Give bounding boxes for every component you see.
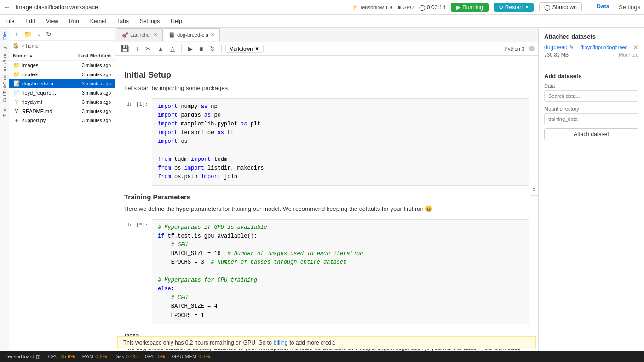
path-home[interactable]: home — [26, 43, 39, 49]
fb-upload-button[interactable]: 📁 — [22, 29, 34, 39]
running-icon[interactable]: Running — [0, 51, 9, 59]
cut-button[interactable]: ✂ — [143, 44, 153, 53]
remove-dataset-button[interactable]: ✕ — [633, 44, 638, 51]
tabs-icon[interactable]: Tabs — [0, 108, 9, 117]
notebook-tab-icon: 📓 — [169, 32, 175, 38]
left-sidebar-icons: Files Running Commands Cell Tools Tabs — [0, 28, 9, 351]
menu-edit[interactable]: Edit — [23, 17, 37, 25]
gpu-icon: ■ — [398, 5, 401, 10]
paste-button[interactable]: △ — [168, 44, 178, 53]
section-training-params: Training Parameters — [124, 193, 529, 201]
list-item[interactable]: M README.md 3 minutes ago — [9, 107, 115, 116]
sort-icon: ▲ — [29, 53, 34, 58]
restart-kernel-button[interactable]: ↻ — [207, 44, 218, 53]
cell-prompt-2: In [*]: — [124, 219, 152, 324]
menu-file[interactable]: File — [4, 17, 16, 25]
gpu-badge: ■ GPU — [398, 5, 414, 10]
dataset-name: dogbreed ✎ — [544, 44, 574, 51]
notebook-area: 🚀 Launcher ✕ 📓 dog-breed-cla ✕ 💾 + ✂ ▲ △… — [115, 28, 538, 351]
list-item[interactable]: 📄 floyd_requirements.txt 3 minutes ago — [9, 88, 115, 97]
run-cell-button[interactable]: ▶ — [185, 44, 195, 53]
close-launcher-tab[interactable]: ✕ — [153, 32, 158, 38]
notification-banner: This workspace only has 0.2 hours remain… — [117, 336, 536, 349]
shutdown-button[interactable]: ◯ Shutdown — [539, 2, 581, 12]
home-icon: 🏠 — [13, 43, 19, 49]
toolbar-separator-2 — [221, 44, 222, 53]
path-separator: > — [21, 43, 24, 49]
folder-icon: 📁 — [13, 71, 20, 78]
copy-button[interactable]: ▲ — [155, 44, 166, 53]
play-icon: ▶ — [456, 4, 460, 11]
menu-run[interactable]: Run — [67, 17, 81, 25]
menu-view[interactable]: View — [44, 17, 60, 25]
mount-directory-input[interactable] — [544, 113, 638, 124]
gpu-label: GPU — [402, 5, 414, 10]
data-input-label: Data — [544, 83, 638, 89]
fb-header: Name ▲ Last Modified — [9, 51, 115, 61]
back-button[interactable]: ← — [4, 4, 10, 11]
menu-settings[interactable]: Settings — [138, 17, 161, 25]
files-icon[interactable]: Files — [0, 31, 9, 40]
power-icon: ◯ — [544, 4, 550, 11]
tab-launcher[interactable]: 🚀 Launcher ✕ — [117, 28, 163, 41]
billing-link[interactable]: billing — [274, 339, 288, 346]
notebook-tabs: 🚀 Launcher ✕ 📓 dog-breed-cla ✕ — [115, 28, 538, 42]
text-intro: Let's start by importing some packages. — [124, 84, 529, 93]
gpu-value: 0% — [158, 354, 165, 359]
app-title: Image classification workspace — [16, 4, 98, 11]
list-item[interactable]: Y floyd.yml 3 minutes ago — [9, 97, 115, 107]
ram-value: 0.6% — [95, 354, 107, 359]
framework-badge: ⚡ Tensorflow 1.9 — [351, 4, 392, 10]
list-item[interactable]: 📁 images 3 minutes ago — [9, 61, 115, 70]
fb-refresh-button[interactable]: ↻ — [44, 29, 53, 39]
timer-area: ◯ 0:03:14 — [419, 4, 445, 11]
cell-body-1[interactable]: import numpy as np import pandas as pd i… — [152, 98, 529, 186]
collapse-panel-button[interactable]: » — [530, 183, 538, 196]
dataset-size: 730.81 MB — [544, 52, 569, 57]
tab-data[interactable]: Data — [597, 3, 610, 11]
cell-imports: In [1]: import numpy as np import pandas… — [124, 98, 529, 186]
commands-icon[interactable]: Commands — [0, 70, 9, 78]
fb-modified-col: Last Modified — [60, 53, 111, 58]
fb-new-button[interactable]: + — [13, 29, 20, 39]
fb-name-col[interactable]: Name ▲ — [13, 53, 60, 58]
save-button[interactable]: 💾 — [119, 44, 131, 53]
list-item[interactable]: ● support.py 3 minutes ago — [9, 116, 115, 125]
notification-text2: to add more credit. — [290, 339, 336, 346]
mount-dir-label: Mount directory — [544, 106, 638, 112]
framework-icon: ⚡ — [351, 4, 358, 10]
run-button[interactable]: ▶ Running — [451, 3, 489, 12]
restart-button[interactable]: ↻ Restart ▼ — [494, 3, 534, 12]
menubar: File Edit View Run Kernel Tabs Settings … — [0, 15, 644, 28]
yaml-icon: Y — [13, 99, 20, 105]
dataset-item: dogbreed ✎ /floyd/input/dogbreed ✕ 730.8… — [544, 44, 638, 57]
menu-kernel[interactable]: Kernel — [88, 17, 108, 25]
launcher-icon: 🚀 — [122, 32, 128, 38]
cell-type-dropdown[interactable]: Markdown ▼ — [225, 45, 264, 53]
add-datasets-title: Add datasets — [544, 73, 638, 79]
cell-body-2[interactable]: # Hyperparams if GPU is available if tf.… — [152, 219, 529, 324]
add-cell-button[interactable]: + — [133, 44, 141, 53]
menu-tabs[interactable]: Tabs — [115, 17, 131, 25]
gpu-status: GPU 0% — [145, 354, 165, 359]
tab-settings[interactable]: Settings — [619, 4, 640, 11]
edit-icon[interactable]: ✎ — [569, 45, 574, 51]
attach-dataset-button[interactable]: Attach dataset — [544, 128, 638, 140]
cell-tools-icon[interactable]: Cell Tools — [0, 89, 9, 97]
gpumem-value: 0.8% — [198, 354, 210, 359]
menu-help[interactable]: Help — [169, 17, 184, 25]
list-item[interactable]: 📁 models 3 minutes ago — [9, 70, 115, 79]
search-data-input[interactable] — [544, 90, 638, 102]
cpu-value: 25.6% — [61, 354, 75, 359]
list-item[interactable]: 📝 dog-breed-classificat... 3 minutes ago — [9, 79, 115, 88]
notebook-toolbar: 💾 + ✂ ▲ △ ▶ ■ ↻ Markdown ▼ Python 3 — [115, 42, 538, 56]
close-notebook-tab[interactable]: ✕ — [210, 32, 215, 38]
tab-notebook[interactable]: 📓 dog-breed-cla ✕ — [164, 28, 220, 41]
disk-value: 0.4% — [126, 354, 138, 359]
restart-dropdown-icon: ▼ — [525, 5, 529, 10]
dataset-status: Mounted — [619, 52, 638, 57]
restart-icon: ↻ — [499, 4, 503, 11]
interrupt-button[interactable]: ■ — [197, 44, 205, 53]
attached-datasets-title: Attached datasets — [544, 33, 638, 40]
fb-download-button[interactable]: ↓ — [35, 29, 42, 39]
